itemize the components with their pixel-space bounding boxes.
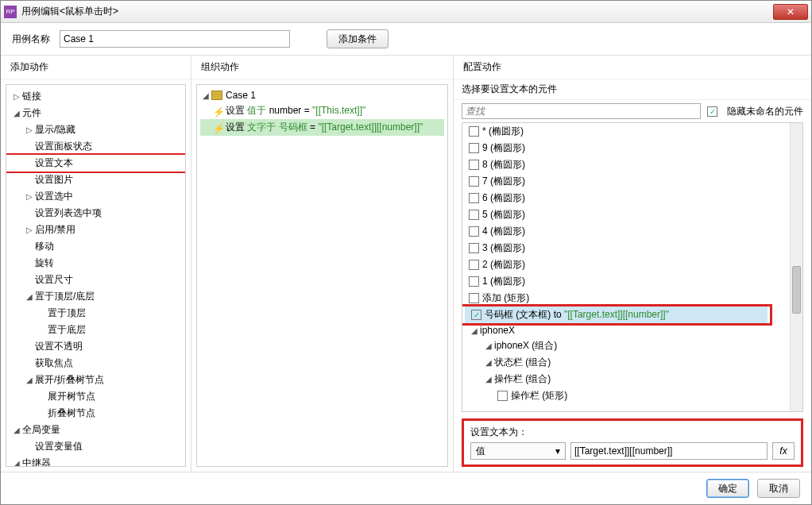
action-tree-item[interactable]: ▷显示/隐藏 <box>6 121 185 138</box>
ok-button[interactable]: 确定 <box>706 479 749 498</box>
widget-label: 操作栏 (组合) <box>494 372 551 386</box>
action-tree-item[interactable]: ▷置于底层 <box>6 322 185 338</box>
set-text-label: 设置文本为： <box>470 426 795 439</box>
value-type-dropdown[interactable]: 值 ▾ <box>470 442 566 460</box>
widget-checkbox[interactable] <box>497 391 508 401</box>
close-button[interactable]: ✕ <box>773 4 808 20</box>
widget-list-item[interactable]: * (椭圆形) <box>462 123 788 140</box>
action-tree-item[interactable]: ▷启用/禁用 <box>6 222 185 238</box>
widget-checkbox[interactable] <box>469 193 479 203</box>
widget-list-item[interactable]: 3 (椭圆形) <box>462 240 788 256</box>
caret-placeholder: ▷ <box>24 276 35 284</box>
action-tree-item[interactable]: ▷设置不透明 <box>6 338 185 355</box>
widget-checkbox[interactable] <box>469 260 479 270</box>
widget-list-item[interactable]: ◢iphoneX <box>462 323 788 337</box>
add-condition-button[interactable]: 添加条件 <box>327 29 389 48</box>
action-tree-item[interactable]: ▷移动 <box>6 238 185 255</box>
search-input[interactable] <box>462 103 701 119</box>
action-tree-item[interactable]: ◢置于顶层/底层 <box>6 288 185 305</box>
widget-list-item[interactable]: ◢操作栏 (组合) <box>462 371 788 387</box>
caret-placeholder: ▷ <box>24 242 35 251</box>
action-tree-item[interactable]: ▷展开树节点 <box>6 388 185 405</box>
action-tree-item[interactable]: ▷设置选中 <box>6 188 185 205</box>
action-tree-item[interactable]: ▷置于顶层 <box>6 305 185 322</box>
actions-tree[interactable]: ▷链接◢元件▷显示/隐藏▷设置面板状态▷设置文本▷设置图片▷设置选中▷设置列表选… <box>6 84 186 467</box>
tree-item-label: 设置面板状态 <box>35 140 92 153</box>
widget-list-item[interactable]: 4 (椭圆形) <box>462 223 788 240</box>
tree-item-label: 启用/禁用 <box>35 223 75 237</box>
action-tree-item[interactable]: ▷旋转 <box>6 255 185 272</box>
scrollbar-thumb[interactable] <box>792 266 801 314</box>
widget-list-item[interactable]: 5 (椭圆形) <box>462 206 788 223</box>
case-action-row[interactable]: ⚡设置 文字于 号码框 = "[[Target.text]][[number]]… <box>200 119 444 136</box>
widget-checkbox[interactable] <box>469 293 479 303</box>
widget-checkbox[interactable] <box>469 126 479 137</box>
widget-checkbox[interactable] <box>469 143 479 153</box>
action-text: 设置 值于 number = "[[This.text]]" <box>226 104 365 118</box>
tree-item-label: 链接 <box>22 90 41 103</box>
footer: 确定 取消 <box>1 472 811 504</box>
widget-list-item[interactable]: 操作栏 (矩形) <box>462 387 788 404</box>
widget-list-item[interactable]: 2 (椭圆形) <box>462 256 788 273</box>
fx-button[interactable]: fx <box>772 442 795 460</box>
action-tree-item[interactable]: ▷设置面板状态 <box>6 138 185 155</box>
tree-item-label: 中继器 <box>22 457 51 467</box>
folder-icon <box>211 91 222 100</box>
tree-item-label: 置于顶层/底层 <box>35 290 95 303</box>
widget-list-item[interactable]: 7 (椭圆形) <box>462 173 788 190</box>
topbar: 用例名称 添加条件 <box>1 23 811 56</box>
widget-checkbox[interactable] <box>469 176 479 187</box>
dropdown-value: 值 <box>476 445 485 458</box>
caret-placeholder: ▷ <box>24 359 35 368</box>
tree-item-label: 展开/折叠树节点 <box>35 373 104 387</box>
set-text-section: 设置文本为： 值 ▾ fx <box>462 418 803 467</box>
action-tree-item[interactable]: ▷设置变量值 <box>6 438 185 455</box>
widget-list-item[interactable]: ✓号码框 (文本框) to "[[Target.text]][[number]]… <box>465 306 768 323</box>
tree-item-label: 置于底层 <box>48 323 86 337</box>
widget-list-item[interactable]: 1 (椭圆形) <box>462 273 788 290</box>
widget-checkbox[interactable] <box>469 160 479 170</box>
text-value-input[interactable] <box>570 442 768 460</box>
widget-checkbox[interactable] <box>469 210 479 220</box>
widget-checkbox[interactable] <box>469 276 479 287</box>
action-tree-item[interactable]: ▷设置尺寸 <box>6 272 185 288</box>
widget-label: iphoneX <box>480 325 515 336</box>
caret-right-icon: ▷ <box>24 125 35 134</box>
case-row[interactable]: ◢ Case 1 <box>200 88 444 102</box>
case-action-row[interactable]: ⚡设置 值于 number = "[[This.text]]" <box>200 102 444 119</box>
configure-action-header: 配置动作 <box>454 56 811 79</box>
action-tree-item[interactable]: ◢全局变量 <box>6 422 185 438</box>
action-tree-item[interactable]: ◢中继器 <box>6 455 185 467</box>
action-tree-item[interactable]: ▷设置图片 <box>6 172 185 188</box>
widget-list-item[interactable]: ◢状态栏 (组合) <box>462 354 788 371</box>
hide-unnamed-checkbox[interactable]: ✓ <box>707 106 717 117</box>
widget-list-item[interactable]: ◢iphoneX (组合) <box>462 337 788 354</box>
action-tree-item[interactable]: ◢元件 <box>6 105 185 121</box>
widget-checkbox[interactable]: ✓ <box>471 310 481 320</box>
widget-list-item[interactable]: 6 (椭圆形) <box>462 190 788 206</box>
action-tree-item[interactable]: ▷折叠树节点 <box>6 405 185 422</box>
app-icon: RP <box>4 6 17 18</box>
caret-down-icon: ◢ <box>483 341 494 350</box>
action-tree-item[interactable]: ◢展开/折叠树节点 <box>6 372 185 388</box>
caret-right-icon: ▷ <box>24 226 35 234</box>
caret-placeholder: ▷ <box>37 326 48 334</box>
widget-label: 4 (椭圆形) <box>482 225 525 238</box>
action-tree-item[interactable]: ▷链接 <box>6 88 185 105</box>
case-name-input[interactable] <box>60 30 290 48</box>
scrollbar-track[interactable] <box>790 123 802 411</box>
widget-list-item[interactable]: 9 (椭圆形) <box>462 140 788 156</box>
widget-checkbox[interactable] <box>469 226 479 237</box>
widget-list-item[interactable]: 8 (椭圆形) <box>462 156 788 173</box>
widget-checkbox[interactable] <box>469 243 479 253</box>
action-tree-item[interactable]: ▷设置文本 <box>6 153 186 173</box>
widget-list[interactable]: * (椭圆形)9 (椭圆形)8 (椭圆形)7 (椭圆形)6 (椭圆形)5 (椭圆… <box>462 122 803 412</box>
action-tree-item[interactable]: ▷设置列表选中项 <box>6 205 185 222</box>
widget-label: 添加 (矩形) <box>482 291 529 305</box>
add-action-panel: 添加动作 ▷链接◢元件▷显示/隐藏▷设置面板状态▷设置文本▷设置图片▷设置选中▷… <box>1 56 191 472</box>
tree-item-label: 元件 <box>22 106 41 120</box>
caret-icon: ◢ <box>200 91 211 100</box>
widget-label: 7 (椭圆形) <box>482 175 525 188</box>
cancel-button[interactable]: 取消 <box>757 479 800 498</box>
action-tree-item[interactable]: ▷获取焦点 <box>6 355 185 372</box>
